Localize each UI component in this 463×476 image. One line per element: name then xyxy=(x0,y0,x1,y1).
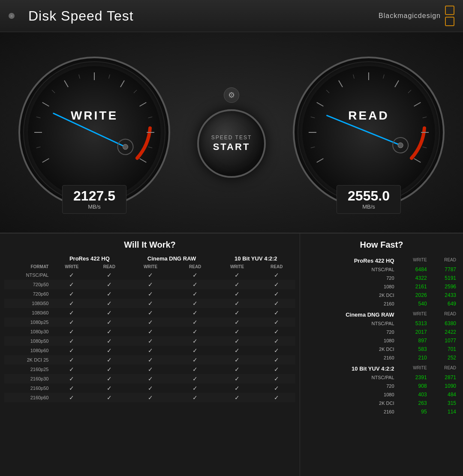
hf-read-val: 2871 xyxy=(430,373,459,382)
format-cell: 2160p30 xyxy=(4,374,52,383)
close-button[interactable]: × xyxy=(9,13,15,19)
check-cell: ✓ xyxy=(258,365,295,374)
read-value: 2555.0 xyxy=(346,189,392,203)
format-cell: NTSC/PAL xyxy=(4,270,52,280)
check-cell: ✓ xyxy=(127,280,174,289)
check-cell: ✓ xyxy=(258,317,295,327)
check-cell: ✓ xyxy=(52,270,91,280)
hf-data-row: 1080 403 484 xyxy=(304,390,459,399)
format-cell: 2K DCI 25 xyxy=(4,355,52,365)
hf-group-name: 10 Bit YUV 4:2:2 xyxy=(304,362,397,373)
check-cell: ✓ xyxy=(127,327,174,336)
check-cell: ✓ xyxy=(174,289,216,299)
check-cell: ✓ xyxy=(174,317,216,327)
check-cell: ✓ xyxy=(127,346,174,355)
check-cell: ✓ xyxy=(216,327,258,336)
hf-write-val: 95 xyxy=(397,407,430,416)
hf-write-val: 263 xyxy=(397,399,430,407)
hf-read-val: 1077 xyxy=(430,336,459,345)
yuv-header: 10 Bit YUV 4:2:2 xyxy=(216,254,295,263)
gauge-area: WRITE 2127.5 MB/s ⚙ SPEED TEST START xyxy=(0,32,463,234)
table-row: 1080i60✓✓✓✓✓✓ xyxy=(4,308,295,317)
table-row: 2160p60✓✓✓✓✓✓ xyxy=(4,393,295,402)
hf-data-row: NTSC/PAL 2391 2871 xyxy=(304,373,459,382)
check-cell: ✓ xyxy=(127,393,174,402)
check-cell: ✓ xyxy=(127,299,174,308)
hf-write-val: 6484 xyxy=(397,265,430,274)
settings-button[interactable]: ⚙ xyxy=(224,87,239,103)
check-cell: ✓ xyxy=(91,383,127,393)
check-cell: ✓ xyxy=(91,280,127,289)
hf-data-row: 720 4322 5191 xyxy=(304,274,459,282)
hf-label: 720 xyxy=(304,382,397,390)
read-reading: 2555.0 MB/s xyxy=(337,185,401,214)
check-cell: ✓ xyxy=(91,327,127,336)
check-cell: ✓ xyxy=(127,317,174,327)
hf-write-val: 583 xyxy=(397,345,430,353)
check-cell: ✓ xyxy=(127,374,174,383)
table-row: 2K DCI 25✓✓✓✓✓✓ xyxy=(4,355,295,365)
check-cell: ✓ xyxy=(174,393,216,402)
hf-data-row: NTSC/PAL 6484 7787 xyxy=(304,265,459,274)
hf-group-name: ProRes 422 HQ xyxy=(304,254,397,265)
format-cell: 2160p25 xyxy=(4,365,52,374)
hf-read-header: READ xyxy=(430,308,459,319)
check-cell: ✓ xyxy=(52,346,91,355)
check-cell: ✓ xyxy=(52,355,91,365)
write-gauge: WRITE 2127.5 MB/s xyxy=(13,42,176,222)
table-row: 2160p30✓✓✓✓✓✓ xyxy=(4,374,295,383)
hf-read-val: 2596 xyxy=(430,282,459,291)
check-cell: ✓ xyxy=(91,393,127,402)
hf-write-header: WRITE xyxy=(397,254,430,265)
check-cell: ✓ xyxy=(91,308,127,317)
will-it-work-table: ProRes 422 HQ Cinema DNG RAW 10 Bit YUV … xyxy=(4,254,295,402)
hf-write-val: 908 xyxy=(397,382,430,390)
table-row: 1080p30✓✓✓✓✓✓ xyxy=(4,327,295,336)
data-area: Will It Work? ProRes 422 HQ Cinema DNG R… xyxy=(0,234,463,476)
app-title: Disk Speed Test xyxy=(28,8,134,24)
start-button[interactable]: SPEED TEST START xyxy=(197,109,266,178)
check-cell: ✓ xyxy=(216,308,258,317)
check-cell: ✓ xyxy=(174,280,216,289)
format-cell: 1080p60 xyxy=(4,346,52,355)
check-cell: ✓ xyxy=(258,393,295,402)
check-cell: ✓ xyxy=(174,383,216,393)
check-cell: ✓ xyxy=(216,270,258,280)
table-row: 1080p50✓✓✓✓✓✓ xyxy=(4,336,295,346)
check-cell: ✓ xyxy=(216,346,258,355)
format-cell: 2160p60 xyxy=(4,393,52,402)
check-cell: ✓ xyxy=(127,383,174,393)
check-cell: ✓ xyxy=(127,308,174,317)
hf-read-val: 252 xyxy=(430,353,459,362)
check-cell: ✓ xyxy=(174,299,216,308)
hf-write-val: 540 xyxy=(397,299,430,308)
check-cell: ✓ xyxy=(127,365,174,374)
hf-read-val: 2433 xyxy=(430,291,459,299)
check-cell: ✓ xyxy=(216,280,258,289)
start-button-line1: SPEED TEST xyxy=(211,135,252,141)
how-fast-section: How Fast? ProRes 422 HQ WRITE READ NTSC/… xyxy=(300,234,463,476)
hf-read-val: 649 xyxy=(430,299,459,308)
hf-label: 2160 xyxy=(304,407,397,416)
cdng-header: Cinema DNG RAW xyxy=(127,254,216,263)
start-button-line2: START xyxy=(213,141,250,153)
check-cell: ✓ xyxy=(52,327,91,336)
hf-label: NTSC/PAL xyxy=(304,319,397,328)
check-cell: ✓ xyxy=(258,299,295,308)
format-header xyxy=(4,254,52,263)
check-cell: ✓ xyxy=(258,280,295,289)
check-cell: ✓ xyxy=(258,383,295,393)
brand-logo: Blackmagicdesign xyxy=(379,6,454,26)
hf-data-row: 2160 210 252 xyxy=(304,353,459,362)
hf-data-row: 720 908 1090 xyxy=(304,382,459,390)
check-cell: ✓ xyxy=(216,317,258,327)
hf-data-row: 1080 2161 2596 xyxy=(304,282,459,291)
read-label: READ xyxy=(348,109,389,122)
check-cell: ✓ xyxy=(91,374,127,383)
hf-label: 2K DCI xyxy=(304,345,397,353)
hf-label: 2K DCI xyxy=(304,291,397,299)
will-it-work-section: Will It Work? ProRes 422 HQ Cinema DNG R… xyxy=(0,234,300,476)
hf-write-val: 5313 xyxy=(397,319,430,328)
check-cell: ✓ xyxy=(127,355,174,365)
check-cell: ✓ xyxy=(52,317,91,327)
